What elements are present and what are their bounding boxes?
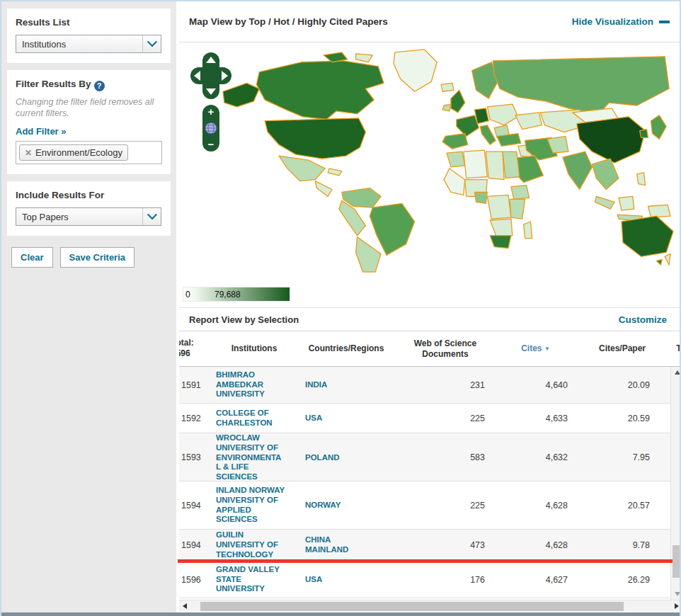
map-legend: 0 79,688 — [183, 287, 290, 302]
table-body-wrap: 1591 BHIMRAO AMBEDKAR UNIVERSITY INDIA 2… — [179, 367, 681, 600]
institution-link[interactable]: GUILIN UNIVERSITY OF TECHNOLOGY — [212, 530, 297, 559]
scroll-down-icon[interactable] — [671, 588, 681, 600]
pan-down-icon[interactable] — [206, 89, 216, 95]
table-row: 1592 COLLEGE OF CHARLESTON USA 225 4,633… — [179, 404, 670, 433]
include-results-heading: Include Results For — [16, 190, 162, 200]
filter-note: Changing the filter field removes all cu… — [16, 97, 162, 119]
cites-cell: 4,632 — [495, 452, 576, 462]
table-body: 1591 BHIMRAO AMBEDKAR UNIVERSITY INDIA 2… — [179, 367, 670, 600]
cites-cell: 4,640 — [495, 380, 576, 390]
map-area: + − — [179, 42, 681, 307]
sidebar-actions: Clear Save Criteria — [7, 243, 171, 272]
sort-desc-caret-icon: ▼ — [544, 346, 550, 352]
help-icon[interactable]: ? — [94, 81, 105, 91]
chevron-down-icon — [142, 35, 161, 52]
clear-button[interactable]: Clear — [11, 247, 53, 268]
cites-per-paper-cell: 7.95 — [576, 452, 668, 462]
esi-window: Results List Institutions Filter Results… — [0, 0, 681, 616]
rank-cell: 1593 — [179, 452, 212, 462]
pan-up-icon[interactable] — [206, 57, 216, 63]
table-row: 1594 INLAND NORWAY UNIVERSITY OF APPLIED… — [179, 481, 670, 530]
wos-documents-cell: 231 — [396, 380, 495, 390]
results-list-dropdown[interactable]: Institutions — [16, 35, 161, 53]
cites-per-paper-cell: 20.57 — [576, 501, 668, 511]
institution-link[interactable]: WROCLAW UNIVERSITY OF ENVIRONMENTAL & LI… — [212, 433, 297, 482]
col-header-cites-sort[interactable]: Cites ▼ — [495, 343, 576, 354]
horizontal-scroll-thumb[interactable] — [200, 602, 624, 611]
map-zoom-control[interactable]: + − — [202, 105, 219, 152]
sidebar: Results List Institutions Filter Results… — [1, 1, 176, 614]
vertical-scroll-thumb[interactable] — [673, 545, 681, 578]
cites-cell: 4,628 — [495, 501, 576, 511]
table-row: 1591 BHIMRAO AMBEDKAR UNIVERSITY INDIA 2… — [179, 367, 670, 404]
col-header-countries: Countries/Regions — [297, 343, 396, 354]
add-filter-link[interactable]: Add Filter » — [16, 126, 67, 137]
country-link[interactable]: USA — [297, 575, 396, 585]
legend-min-label: 0 — [185, 290, 190, 300]
scroll-left-icon[interactable] — [179, 600, 190, 612]
bottom-border-bar — [1, 612, 680, 616]
collapse-minus-icon — [659, 21, 670, 23]
include-results-dropdown[interactable]: Top Papers — [16, 207, 161, 226]
globe-icon[interactable] — [205, 122, 217, 135]
country-link[interactable]: INDIA — [297, 380, 396, 390]
save-criteria-button[interactable]: Save Criteria — [60, 247, 135, 268]
cites-cell: 4,628 — [495, 540, 576, 550]
filter-tag[interactable]: ✕ Environment/Ecology — [19, 144, 128, 161]
rank-cell: 1591 — [179, 380, 212, 390]
scroll-right-icon[interactable] — [671, 600, 681, 612]
country-link[interactable]: CHINA MAINLAND — [297, 535, 396, 555]
cites-per-paper-cell: 20.59 — [576, 413, 668, 423]
col-header-institutions: Institutions — [212, 343, 297, 354]
vertical-scrollbar[interactable] — [670, 367, 681, 600]
institution-link[interactable]: INLAND NORWAY UNIVERSITY OF APPLIED SCIE… — [212, 486, 297, 525]
hide-visualization-label: Hide Visualization — [572, 16, 653, 27]
pan-right-icon[interactable] — [222, 71, 228, 81]
wos-documents-cell: 225 — [396, 501, 495, 511]
institution-link[interactable]: GRAND VALLEY STATE UNIVERSITY — [212, 565, 297, 594]
main-content: Map View by Top / Hot / Highly Cited Pap… — [179, 1, 681, 612]
map-view-title: Map View by Top / Hot / Highly Cited Pap… — [189, 16, 388, 27]
results-list-value: Institutions — [16, 39, 142, 50]
wos-documents-cell: 225 — [396, 413, 495, 423]
filter-heading: Filter Results By? — [16, 79, 162, 91]
zoom-out-button[interactable]: − — [208, 139, 214, 149]
col-header-cites-per-paper: Cites/Paper — [576, 343, 668, 354]
results-list-heading: Results List — [16, 17, 162, 28]
horizontal-scrollbar[interactable] — [179, 600, 681, 612]
rank-cell: 1592 — [179, 413, 212, 423]
institution-link[interactable]: BHIMRAO AMBEDKAR UNIVERSITY — [212, 370, 297, 399]
include-results-panel: Include Results For Top Papers — [7, 181, 171, 236]
legend-max-label: 79,688 — [214, 290, 241, 300]
cites-per-paper-cell: 20.09 — [576, 380, 668, 390]
remove-filter-icon[interactable]: ✕ — [25, 148, 32, 158]
table-row: 1593 WROCLAW UNIVERSITY OF ENVIRONMENTAL… — [179, 433, 670, 481]
map-pan-control[interactable] — [190, 52, 231, 99]
horizontal-scroll-track[interactable] — [190, 600, 671, 612]
pan-left-icon[interactable] — [194, 71, 200, 81]
col-header-wos-documents: Web of Science Documents — [396, 338, 495, 360]
results-list-panel: Results List Institutions — [7, 8, 171, 63]
filter-heading-label: Filter Results By — [16, 79, 91, 89]
customize-link[interactable]: Customize — [619, 314, 667, 325]
table-row: 1594 GUILIN UNIVERSITY OF TECHNOLOGY CHI… — [179, 530, 670, 561]
filter-tag-label: Environment/Ecology — [35, 147, 122, 158]
table-row: 1596 GRAND VALLEY STATE UNIVERSITY USA 1… — [179, 561, 670, 598]
scroll-up-icon[interactable] — [671, 367, 681, 378]
report-view-header: Report View by Selection Customize — [179, 307, 681, 331]
include-results-value: Top Papers — [16, 212, 142, 222]
institution-link[interactable]: COLLEGE OF CHARLESTON — [212, 409, 297, 428]
cites-cell: 4,633 — [495, 413, 576, 423]
hide-visualization-link[interactable]: Hide Visualization — [572, 16, 670, 27]
country-link[interactable]: POLAND — [297, 453, 396, 463]
cites-per-paper-cell: 9.78 — [576, 540, 668, 550]
rank-cell: 1594 — [179, 501, 212, 511]
table-header-row: Total:1596 Institutions Countries/Region… — [179, 331, 681, 367]
zoom-in-button[interactable]: + — [208, 107, 214, 117]
wos-documents-cell: 473 — [396, 540, 495, 550]
country-link[interactable]: NORWAY — [297, 501, 396, 511]
world-map[interactable] — [219, 48, 677, 278]
map-view-header: Map View by Top / Hot / Highly Cited Pap… — [179, 1, 681, 42]
rank-cell: 1594 — [179, 540, 212, 550]
country-link[interactable]: USA — [297, 413, 396, 423]
